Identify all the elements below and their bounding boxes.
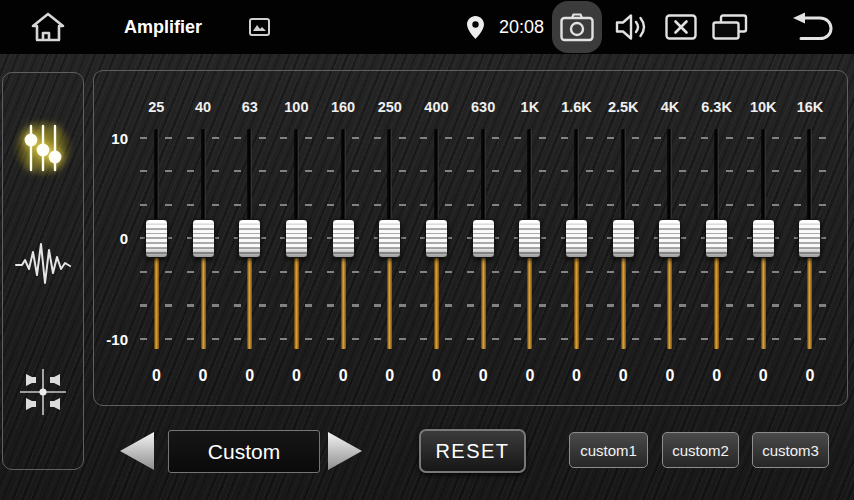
scale-label-max: 10 — [94, 131, 128, 146]
custom3-label: custom3 — [762, 442, 819, 459]
eq-slider-knob[interactable] — [798, 219, 821, 258]
gallery-icon — [248, 0, 270, 54]
back-icon — [786, 11, 834, 43]
recent-apps-button[interactable] — [710, 0, 750, 54]
eq-slider-knob[interactable] — [705, 219, 728, 258]
sidebar-item-balance-fader[interactable] — [17, 366, 69, 418]
eq-band-4k: 4K 0 — [647, 71, 694, 405]
recent-apps-icon — [712, 14, 748, 41]
eq-band-1k: 1K 0 — [507, 71, 554, 405]
eq-slider-knob[interactable] — [238, 219, 261, 258]
eq-band-160: 160 0 — [320, 71, 367, 405]
track-lower-fill — [481, 258, 486, 349]
close-app-button[interactable] — [663, 0, 699, 54]
track-lower-fill — [434, 258, 439, 349]
reset-button[interactable]: RESET — [419, 429, 526, 473]
freq-label: 63 — [226, 99, 273, 115]
camera-icon — [560, 13, 594, 42]
track-lower-fill — [807, 258, 812, 349]
band-value: 0 — [366, 367, 413, 385]
track-lower-fill — [341, 258, 346, 349]
band-value: 0 — [740, 367, 787, 385]
band-value: 0 — [787, 367, 834, 385]
custom2-button[interactable]: custom2 — [662, 432, 739, 468]
eq-slider-knob[interactable] — [332, 219, 355, 258]
track-lower-fill — [761, 258, 766, 349]
eq-slider-knob[interactable] — [472, 219, 495, 258]
band-value: 0 — [273, 367, 320, 385]
balance-fader-icon — [17, 366, 69, 418]
preset-name: Custom — [208, 440, 280, 464]
freq-label: 4K — [647, 99, 694, 115]
freq-label: 16K — [787, 99, 834, 115]
sidebar-item-sound-effects[interactable] — [15, 240, 71, 286]
preset-selector[interactable]: Custom — [168, 430, 320, 473]
custom3-button[interactable]: custom3 — [752, 432, 829, 468]
sidebar-item-equalizer[interactable] — [20, 123, 66, 173]
eq-slider-knob[interactable] — [192, 219, 215, 258]
band-value: 0 — [413, 367, 460, 385]
home-icon — [30, 11, 66, 43]
custom1-button[interactable]: custom1 — [569, 432, 648, 468]
band-value: 0 — [180, 367, 227, 385]
eq-slider-knob[interactable] — [425, 219, 448, 258]
volume-icon — [614, 12, 650, 42]
back-button[interactable] — [784, 0, 836, 54]
scale-label-mid: 0 — [94, 231, 128, 246]
scale-label-min: -10 — [94, 332, 128, 347]
sidebar — [2, 72, 84, 470]
clock: 20:08 — [499, 0, 544, 54]
equalizer-icon — [20, 123, 66, 173]
location-icon — [465, 0, 485, 54]
eq-band-6.3k: 6.3K 0 — [693, 71, 740, 405]
track-lower-fill — [247, 258, 252, 349]
eq-slider-knob[interactable] — [612, 219, 635, 258]
band-value: 0 — [226, 367, 273, 385]
track-lower-fill — [294, 258, 299, 349]
volume-button[interactable] — [610, 0, 654, 54]
eq-band-1.6k: 1.6K 0 — [553, 71, 600, 405]
track-lower-fill — [527, 258, 532, 349]
custom2-label: custom2 — [672, 442, 729, 459]
left-arrow-icon — [120, 432, 154, 470]
freq-label: 25 — [133, 99, 180, 115]
freq-label: 400 — [413, 99, 460, 115]
home-button[interactable] — [28, 0, 68, 54]
preset-next-button[interactable] — [328, 432, 362, 470]
eq-slider-knob[interactable] — [378, 219, 401, 258]
band-value: 0 — [600, 367, 647, 385]
eq-slider-knob[interactable] — [565, 219, 588, 258]
eq-slider-knob[interactable] — [285, 219, 308, 258]
eq-band-63: 63 0 — [226, 71, 273, 405]
eq-slider-knob[interactable] — [658, 219, 681, 258]
top-status-bar: Amplifier 20:08 — [0, 0, 854, 54]
freq-label: 630 — [460, 99, 507, 115]
eq-band-2.5k: 2.5K 0 — [600, 71, 647, 405]
eq-slider-knob[interactable] — [145, 219, 168, 258]
track-lower-fill — [714, 258, 719, 349]
freq-label: 6.3K — [693, 99, 740, 115]
track-lower-fill — [574, 258, 579, 349]
eq-slider-knob[interactable] — [518, 219, 541, 258]
eq-band-40: 40 0 — [180, 71, 227, 405]
preset-prev-button[interactable] — [120, 432, 154, 470]
equalizer-panel: 10 0 -10 25 0 40 0 63 0 100 — [93, 70, 848, 406]
page-title: Amplifier — [124, 0, 202, 54]
track-lower-fill — [201, 258, 206, 349]
right-arrow-icon — [328, 432, 362, 470]
track-lower-fill — [387, 258, 392, 349]
screenshot-button[interactable] — [552, 1, 602, 53]
band-value: 0 — [693, 367, 740, 385]
eq-slider-knob[interactable] — [752, 219, 775, 258]
eq-band-400: 400 0 — [413, 71, 460, 405]
eq-band-25: 25 0 — [133, 71, 180, 405]
freq-label: 10K — [740, 99, 787, 115]
freq-label: 2.5K — [600, 99, 647, 115]
eq-bands: 25 0 40 0 63 0 100 — [133, 71, 834, 405]
eq-band-10k: 10K 0 — [740, 71, 787, 405]
track-lower-fill — [154, 258, 159, 349]
freq-label: 100 — [273, 99, 320, 115]
eq-band-16k: 16K 0 — [787, 71, 834, 405]
freq-label: 160 — [320, 99, 367, 115]
band-value: 0 — [647, 367, 694, 385]
